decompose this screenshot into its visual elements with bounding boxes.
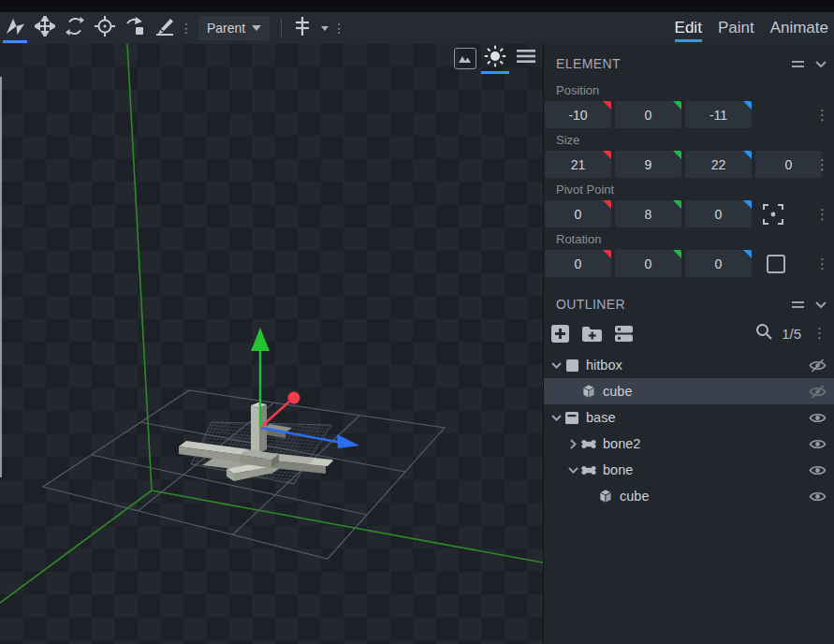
size-y-field[interactable]: 9 [615, 151, 681, 178]
chevron-down-icon[interactable] [548, 415, 564, 421]
world-axes [0, 44, 543, 603]
tool-options-menu[interactable]: ⋮ [180, 12, 193, 44]
viewport-menu-icon [517, 49, 535, 67]
move-tool-icon [35, 16, 55, 40]
z-axis-tag [743, 101, 752, 110]
eye-icon[interactable] [809, 437, 827, 451]
tree-row-bone2[interactable]: bone2 [544, 431, 834, 457]
rescale-toggle[interactable] [767, 255, 785, 273]
rotation-options-menu[interactable]: ⋮ [815, 256, 829, 272]
rotate-tool-button[interactable] [60, 12, 90, 44]
move-tool-button[interactable] [30, 12, 60, 44]
rotation-z-field[interactable]: 0 [685, 250, 752, 277]
eye-icon[interactable] [809, 463, 827, 477]
tree-row-base[interactable]: base [544, 404, 834, 431]
tree-item-label: cube [620, 489, 649, 504]
eye-off-icon[interactable] [809, 359, 827, 373]
position-z-field[interactable]: -11 [685, 101, 752, 128]
gizmo-tool-button[interactable] [0, 12, 30, 44]
3d-viewport[interactable] [0, 44, 543, 644]
transform-space-value: Parent [207, 21, 245, 36]
pivot-tool-button[interactable] [90, 12, 120, 44]
mode-tabs: Edit Paint Animate [675, 12, 834, 44]
size-z-field[interactable]: 22 [685, 151, 752, 178]
x-axis-tag [603, 250, 611, 258]
search-result-count: 1/5 [782, 326, 801, 342]
brush-tool-button[interactable] [150, 12, 180, 44]
bone-icon [581, 464, 596, 476]
mirror-dropdown-caret[interactable] [317, 12, 332, 44]
gizmo-x-arrow[interactable] [262, 392, 300, 427]
left-panel-edge[interactable] [0, 77, 2, 477]
position-x-field[interactable]: -10 [545, 101, 611, 128]
pivot-z-field[interactable]: 0 [685, 200, 752, 227]
x-axis-tag [603, 151, 611, 159]
position-y-field[interactable]: 0 [615, 101, 681, 128]
viewport-menu-button[interactable] [514, 46, 538, 70]
y-axis-tag [673, 250, 681, 258]
background-image-button[interactable] [454, 48, 476, 69]
rotation-x-field[interactable]: 0 [545, 250, 611, 277]
toolbar-separator [281, 19, 282, 37]
mesh-square-icon [564, 359, 579, 372]
outliner-toolbar: 1/5 ⋮ [544, 320, 834, 346]
rotation-y-field[interactable]: 0 [615, 250, 681, 277]
chevron-down-icon[interactable] [815, 56, 827, 71]
shading-toggle-button[interactable] [483, 46, 507, 70]
outliner-panel-header[interactable]: OUTLINER [544, 285, 834, 315]
tab-paint[interactable]: Paint [718, 12, 754, 44]
mirror-modeling-icon [293, 16, 312, 40]
tab-animate[interactable]: Animate [770, 12, 828, 44]
gizmo-tool-icon [4, 16, 26, 40]
mirror-modeling-button[interactable] [287, 12, 317, 44]
viewport-controls [454, 46, 538, 70]
outliner-options-menu[interactable]: ⋮ [812, 325, 827, 342]
position-options-menu[interactable]: ⋮ [815, 107, 829, 124]
tree-item-label: hitbox [586, 358, 622, 373]
window-top-strip [0, 0, 834, 12]
chevron-right-icon[interactable] [564, 439, 581, 449]
tree-row-bone[interactable]: bone [544, 457, 834, 483]
panel-drag-icon[interactable] [792, 58, 804, 70]
search-icon[interactable] [755, 323, 772, 344]
chevron-down-icon [252, 25, 261, 31]
extra-tools-menu[interactable]: ⋮ [332, 12, 345, 44]
tree-item-label: bone [603, 462, 633, 477]
tree-item-label: cube [603, 384, 632, 399]
panel-drag-icon[interactable] [792, 299, 804, 311]
cube-icon [581, 384, 596, 399]
chevron-down-icon[interactable] [815, 297, 827, 312]
resize-tool-button[interactable] [120, 12, 150, 44]
add-group-button[interactable] [582, 326, 602, 342]
collection-icon [564, 412, 579, 424]
viewport-scene [0, 44, 543, 644]
element-panel-header[interactable]: ELEMENT [544, 44, 834, 74]
size-label: Size [556, 133, 834, 150]
y-axis-tag [673, 101, 681, 110]
eye-icon[interactable] [809, 490, 827, 504]
tree-row-cube[interactable]: cube [544, 483, 834, 509]
tree-row-hitbox[interactable]: hitbox [544, 352, 834, 378]
pivot-options-menu[interactable]: ⋮ [815, 206, 829, 223]
eye-icon[interactable] [809, 411, 827, 425]
transform-space-dropdown[interactable]: Parent [198, 16, 270, 40]
tree-row-cube-hidden[interactable]: cube [544, 378, 834, 404]
chevron-down-icon[interactable] [564, 467, 581, 474]
center-pivot-button[interactable] [763, 204, 783, 225]
size-options-menu[interactable]: ⋮ [815, 156, 829, 173]
pivot-y-field[interactable]: 8 [615, 200, 681, 227]
main-toolbar: ⋮ Parent ⋮ Edit Paint Animate [0, 12, 834, 44]
outliner-view-toggle-button[interactable] [615, 326, 633, 342]
rotation-row: 0 0 0 ⋮ [544, 250, 834, 277]
shading-sun-icon [484, 45, 506, 71]
tree-item-label: base [586, 410, 615, 425]
size-inflate-field[interactable]: 0 [755, 151, 822, 178]
size-x-field[interactable]: 21 [545, 151, 611, 178]
add-cube-button[interactable] [551, 325, 569, 343]
eye-off-icon[interactable] [809, 385, 827, 399]
tab-edit[interactable]: Edit [675, 12, 702, 44]
chevron-down-icon[interactable] [548, 362, 564, 369]
pivot-x-field[interactable]: 0 [545, 200, 611, 227]
chevron-down-icon [321, 26, 329, 31]
position-label: Position [556, 83, 834, 100]
